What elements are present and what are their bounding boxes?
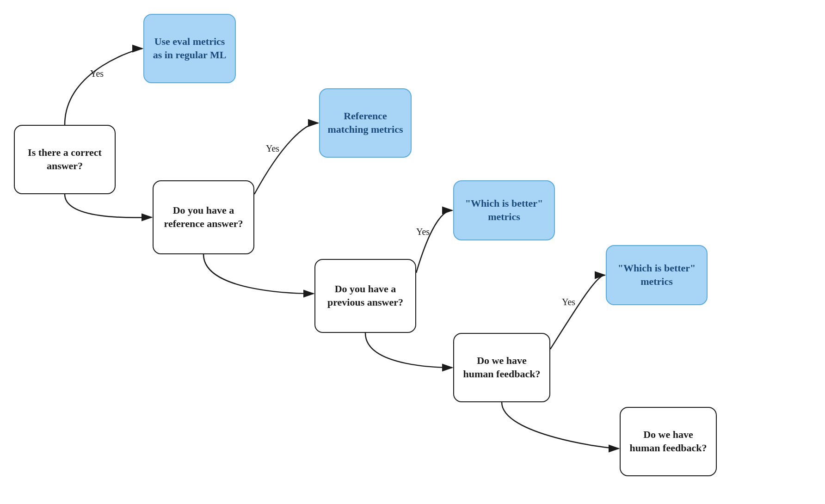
ref-answer-label: Do you have a reference answer? — [161, 204, 246, 230]
ref-matching-label: Reference matching metrics — [327, 110, 403, 136]
prev-answer-label: Do you have a previous answer? — [323, 283, 408, 309]
ref-matching-node: Reference matching metrics — [319, 88, 412, 158]
which-better-2-node: "Which is better" metrics — [606, 245, 708, 305]
which-better-1-node: "Which is better" metrics — [453, 180, 555, 240]
human-feedback-1-node: Do we have human feedback? — [453, 333, 550, 402]
use-eval-label: Use eval metrics as in regular ML — [152, 35, 228, 61]
yes-label-3: Yes — [416, 227, 430, 237]
prev-answer-node: Do you have a previous answer? — [314, 259, 416, 333]
human-feedback-1-label: Do we have human feedback? — [462, 354, 542, 381]
yes-label-1: Yes — [90, 68, 104, 79]
flowchart-diagram: Yes Yes Yes Yes Is there a correct answe… — [0, 0, 825, 504]
yes-label-4: Yes — [562, 297, 575, 307]
is-correct-node: Is there a correct answer? — [14, 125, 116, 194]
yes-label-2: Yes — [266, 143, 279, 154]
is-correct-label: Is there a correct answer? — [22, 146, 107, 172]
which-better-2-label: "Which is better" metrics — [614, 262, 699, 288]
human-feedback-2-label: Do we have human feedback? — [628, 428, 708, 455]
human-feedback-2-node: Do we have human feedback? — [620, 407, 717, 476]
ref-answer-node: Do you have a reference answer? — [153, 180, 254, 254]
which-better-1-label: "Which is better" metrics — [462, 197, 547, 223]
use-eval-node: Use eval metrics as in regular ML — [143, 14, 236, 83]
